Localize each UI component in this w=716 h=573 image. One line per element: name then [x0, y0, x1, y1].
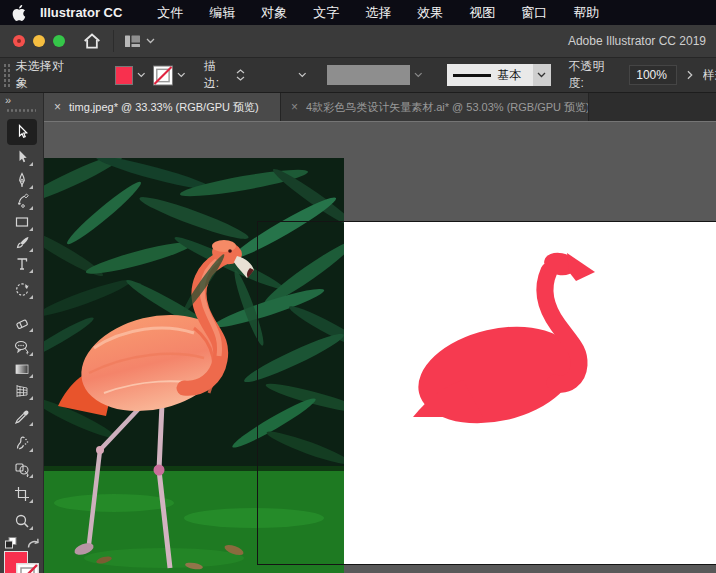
styles-label: 样式: [703, 67, 716, 84]
arrange-documents-dropdown[interactable] [124, 34, 155, 49]
shaper-icon [14, 339, 30, 355]
zoom-window-button[interactable] [53, 35, 65, 47]
opacity-label: 不透明度: [569, 58, 618, 92]
selection-status: 未选择对象 [16, 58, 73, 92]
shape-builder-icon [14, 461, 30, 477]
brush-name: 基本 [498, 67, 522, 84]
stroke-weight-chevron-icon[interactable] [298, 72, 307, 78]
window-title: Adobe Illustrator CC 2019 [568, 34, 706, 48]
chevron-down-icon [146, 38, 155, 44]
stroke-dropdown-chevron-icon[interactable] [177, 72, 186, 78]
width-profile-dropdown[interactable] [327, 65, 410, 85]
paintbrush-icon [14, 235, 30, 251]
brush-stroke-preview [453, 74, 491, 77]
home-icon[interactable] [83, 32, 101, 50]
stroke-weight-stepper[interactable] [236, 69, 245, 81]
swap-fill-stroke-icon[interactable] [26, 537, 41, 550]
menu-item-7[interactable]: 窗口 [521, 4, 547, 22]
apple-menu-icon[interactable] [12, 5, 26, 21]
macos-menu-bar: Illustrator CC 文件编辑对象文字选择效果视图窗口帮助 [0, 0, 716, 25]
tools-panel: » [0, 93, 44, 573]
control-panel-grip[interactable] [3, 63, 10, 87]
menu-item-1[interactable]: 编辑 [209, 4, 235, 22]
close-window-button[interactable] [13, 35, 25, 47]
illustrator-window: Illustrator CC 文件编辑对象文字选择效果视图窗口帮助 Adobe … [0, 0, 716, 573]
tab-bird-vector-ai[interactable]: × 4款彩色鸟类设计矢量素材.ai* @ 53.03% (RGB/GPU 预览) [281, 93, 589, 121]
stroke-weight-field[interactable] [249, 65, 295, 85]
brush-chevron-icon[interactable] [533, 64, 551, 86]
menu-items: 文件编辑对象文字选择效果视图窗口帮助 [144, 4, 612, 22]
tab-timg-jpeg[interactable]: × timg.jpeg* @ 33.33% (RGB/GPU 预览) [44, 93, 281, 121]
menu-item-0[interactable]: 文件 [157, 4, 183, 22]
zoom-icon [14, 513, 30, 529]
tab-label: timg.jpeg* @ 33.33% (RGB/GPU 预览) [69, 100, 259, 115]
pen-tool[interactable] [9, 169, 35, 191]
collapse-tools-icon[interactable]: » [5, 94, 10, 106]
rotate-icon [14, 282, 30, 298]
gradient-tool[interactable] [9, 358, 35, 380]
symbol-sprayer-tool[interactable] [9, 432, 35, 454]
artboard-icon [14, 486, 30, 502]
stroke-weight-label: 描边: [204, 58, 230, 92]
pen-icon [14, 172, 30, 188]
artboard-tool[interactable] [9, 483, 35, 505]
width-profile-chevron-icon[interactable] [414, 72, 423, 78]
opacity-panel-arrow-icon[interactable] [687, 70, 693, 80]
eyedropper-tool[interactable] [9, 406, 35, 428]
perspective-grid-tool[interactable] [9, 380, 35, 402]
opacity-field[interactable]: 100% [629, 65, 677, 85]
minimize-window-button[interactable] [33, 35, 45, 47]
eyedropper-icon [14, 409, 30, 425]
work-area: » [0, 93, 716, 573]
curvature-tool[interactable] [9, 190, 35, 212]
rotate-tool[interactable] [9, 279, 35, 301]
selection-icon [14, 124, 30, 140]
shaper-tool[interactable] [9, 336, 35, 358]
type-icon [14, 256, 30, 272]
canvas-pasteboard [44, 121, 716, 573]
tools-panel-grip[interactable] [6, 108, 36, 113]
artboard-top-edge [257, 221, 716, 222]
brush-definition-dropdown[interactable]: 基本 [447, 64, 551, 86]
flamingo-silhouette-vector[interactable] [409, 247, 604, 432]
stroke-color-indicator[interactable] [16, 563, 39, 573]
menu-item-8[interactable]: 帮助 [573, 4, 599, 22]
zoom-tool[interactable] [9, 510, 35, 532]
stroke-color-swatch[interactable] [153, 65, 173, 86]
document-tab-bar: × timg.jpeg* @ 33.33% (RGB/GPU 预览) × 4款彩… [44, 93, 716, 121]
control-panel: 未选择对象 描边: 基本 [0, 58, 716, 93]
curvature-icon [14, 193, 30, 209]
layout-icon [124, 34, 141, 49]
perspective-grid-icon [14, 383, 30, 399]
artboard-bottom-edge [257, 564, 716, 565]
close-tab-icon[interactable]: × [54, 100, 61, 114]
fill-dropdown-chevron-icon[interactable] [137, 72, 146, 78]
direct-selection-icon [14, 149, 30, 165]
titlebar-divider [113, 30, 114, 52]
fill-color-swatch[interactable] [115, 66, 133, 85]
rectangle-tool[interactable] [9, 211, 35, 233]
menu-item-4[interactable]: 选择 [365, 4, 391, 22]
symbol-sprayer-icon [14, 435, 30, 451]
menu-item-2[interactable]: 对象 [261, 4, 287, 22]
tab-label: 4款彩色鸟类设计矢量素材.ai* @ 53.03% (RGB/GPU 预览) [306, 100, 589, 115]
direct-selection-tool[interactable] [9, 146, 35, 168]
type-tool[interactable] [9, 253, 35, 275]
paintbrush-tool[interactable] [9, 232, 35, 254]
app-name[interactable]: Illustrator CC [40, 5, 122, 20]
selection-tool[interactable] [7, 119, 37, 145]
artboard-left-edge [257, 221, 258, 564]
shape-builder-tool[interactable] [9, 458, 35, 480]
document-area: × timg.jpeg* @ 33.33% (RGB/GPU 预览) × 4款彩… [44, 93, 716, 573]
menu-item-6[interactable]: 视图 [469, 4, 495, 22]
eraser-icon [14, 315, 30, 331]
rectangle-icon [14, 214, 30, 230]
menu-item-3[interactable]: 文字 [313, 4, 339, 22]
menu-item-5[interactable]: 效果 [417, 4, 443, 22]
close-tab-icon[interactable]: × [291, 100, 298, 114]
eraser-tool[interactable] [9, 312, 35, 334]
gradient-icon [14, 361, 30, 377]
default-fill-stroke-icon[interactable] [4, 536, 18, 550]
window-title-bar: Adobe Illustrator CC 2019 [0, 25, 716, 58]
